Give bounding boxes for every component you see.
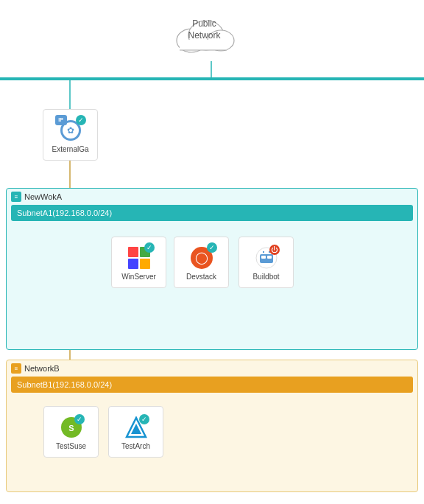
winserver-label: WinServer [121, 273, 156, 281]
newwoka-label: ≡ NewWokA [11, 192, 62, 202]
check-badge-dev: ✓ [207, 242, 217, 253]
subnet-b1-bar: SubnetB1(192.168.0.0/24) [11, 377, 413, 393]
power-badge-buildbot: ⏻ [269, 245, 280, 255]
testarch-icon: ✓ [123, 414, 149, 441]
gateway-icon-container: IP ✓ [57, 117, 84, 144]
check-badge-arch: ✓ [139, 414, 149, 424]
devstack-icon: ◯ ✓ [188, 245, 215, 271]
svg-rect-20 [267, 256, 272, 259]
check-badge-gw: ✓ [76, 115, 86, 125]
region-networkb: ≡ NetworkB SubnetB1(192.168.0.0/24) S ✓ … [6, 360, 418, 492]
buildbot-node[interactable]: ⏻ Buildbot [239, 237, 294, 288]
cloud-label-line2: Network [188, 30, 220, 41]
testsuse-icon: S ✓ [58, 414, 85, 441]
subnet-a1-bar: SubnetA1(192.168.0.0/24) [11, 205, 413, 221]
devstack-label: Devstack [186, 273, 216, 281]
region-icon-newwoka: ≡ [11, 192, 21, 202]
winserver-icon: ✓ [126, 245, 152, 271]
svg-text:S: S [68, 424, 74, 433]
public-network-cloud: Public Network [169, 7, 239, 55]
devstack-node[interactable]: ◯ ✓ Devstack [174, 237, 229, 288]
buildbot-icon: ⏻ [253, 245, 280, 271]
networkb-label: ≡ NetworkB [11, 363, 60, 374]
external-gw-label: ExternalGa [52, 145, 88, 153]
cloud-label-line1: Public [192, 18, 216, 29]
winserver-node[interactable]: ✓ WinServer [111, 237, 166, 288]
testsuse-label: TestSuse [56, 442, 86, 450]
teal-network-line [0, 77, 424, 80]
external-gateway-node[interactable]: IP ✓ ExternalGa [43, 109, 98, 161]
region-icon-networkb: ≡ [11, 363, 21, 374]
svg-rect-18 [260, 254, 273, 263]
check-badge-suse: ✓ [74, 414, 85, 424]
testarch-node[interactable]: ✓ TestArch [108, 406, 163, 458]
testarch-label: TestArch [121, 442, 150, 450]
svg-rect-19 [261, 256, 266, 259]
buildbot-label: Buildbot [252, 273, 279, 281]
check-badge-win: ✓ [144, 242, 155, 253]
region-newwoka: ≡ NewWokA SubnetA1(192.168.0.0/24) ✓ Win… [6, 188, 418, 350]
testsuse-node[interactable]: S ✓ TestSuse [43, 406, 99, 458]
